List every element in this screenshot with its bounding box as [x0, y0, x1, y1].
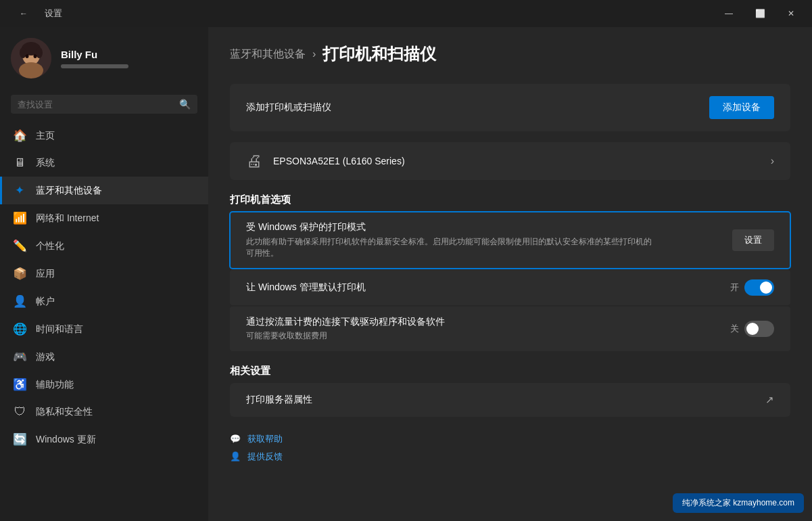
- manage-default-state: 开: [730, 281, 739, 294]
- breadcrumb-current: 打印机和扫描仪: [323, 43, 436, 65]
- sidebar-item-personalization[interactable]: ✏️ 个性化: [0, 232, 208, 260]
- privacy-icon: 🛡: [13, 405, 26, 419]
- manage-default-row: 让 Windows 管理默认打印机 开: [230, 270, 790, 305]
- sidebar-item-label: Windows 更新: [36, 434, 96, 446]
- sidebar-item-accounts[interactable]: 👤 帐户: [0, 288, 208, 315]
- svg-point-2: [19, 62, 43, 78]
- profile-section: Billy Fu: [0, 27, 208, 89]
- sidebar-item-label: 辅助功能: [36, 379, 74, 391]
- back-button[interactable]: ←: [8, 3, 39, 24]
- toggle-knob: [760, 281, 772, 294]
- footer-links: 💬 获取帮助 👤 提供反馈: [230, 433, 790, 463]
- sidebar-item-label: 主页: [36, 130, 55, 142]
- sidebar-item-label: 个性化: [36, 240, 64, 252]
- search-input[interactable]: [18, 99, 174, 110]
- related-heading: 相关设置: [230, 365, 790, 378]
- sidebar-item-update[interactable]: 🔄 Windows 更新: [0, 426, 208, 453]
- related-title: 打印服务器属性: [246, 394, 312, 406]
- search-box[interactable]: 🔍: [11, 95, 197, 114]
- related-settings-row[interactable]: 打印服务器属性 ↗: [230, 383, 790, 417]
- bluetooth-icon: ✦: [13, 183, 26, 198]
- svg-point-6: [26, 54, 29, 58]
- minimize-button[interactable]: —: [713, 3, 744, 24]
- add-printer-row: 添加打印机或扫描仪 添加设备: [230, 84, 790, 131]
- manage-default-toggle[interactable]: [744, 279, 774, 296]
- help-label: 获取帮助: [247, 433, 283, 445]
- metered-toggle[interactable]: [744, 321, 774, 337]
- svg-point-7: [34, 54, 37, 58]
- sidebar-item-home[interactable]: 🏠 主页: [0, 122, 208, 150]
- search-icon: 🔍: [179, 99, 191, 110]
- feedback-icon: 👤: [230, 451, 241, 461]
- metered-sub: 可能需要收取数据费用: [246, 330, 445, 342]
- sidebar-item-label: 网络和 Internet: [36, 212, 99, 225]
- svg-point-4: [20, 47, 26, 58]
- chevron-right-icon: ›: [771, 155, 774, 167]
- metered-title: 通过按流量计费的连接下载驱动程序和设备软件: [246, 316, 445, 328]
- main-content: 蓝牙和其他设备 › 打印机和扫描仪 添加打印机或扫描仪 添加设备 🖨 EPSON…: [208, 27, 812, 521]
- feedback-label: 提供反馈: [247, 451, 283, 463]
- title-bar: ← 设置 — ⬜ ✕: [0, 0, 812, 27]
- printer-icon: 🖨: [246, 152, 262, 171]
- profile-name: Billy Fu: [61, 49, 128, 60]
- accessibility-icon: ♿: [13, 378, 26, 392]
- sidebar-item-apps[interactable]: 📦 应用: [0, 260, 208, 288]
- profile-bar: [61, 64, 128, 68]
- sidebar-item-system[interactable]: 🖥 系统: [0, 150, 208, 177]
- feedback-link[interactable]: 👤 提供反馈: [230, 451, 790, 463]
- sidebar-item-label: 时间和语言: [36, 323, 83, 336]
- sidebar-item-network[interactable]: 📶 网络和 Internet: [0, 204, 208, 232]
- prefs-heading: 打印机首选项: [230, 194, 790, 206]
- sidebar: Billy Fu 🔍 🏠 主页 🖥 系统 ✦ 蓝牙和其他设备: [0, 27, 208, 521]
- breadcrumb: 蓝牙和其他设备 › 打印机和扫描仪: [230, 43, 790, 65]
- printer-name: EPSON3A52E1 (L6160 Series): [273, 156, 760, 166]
- sidebar-item-label: 帐户: [36, 296, 55, 308]
- sidebar-item-gaming[interactable]: 🎮 游戏: [0, 343, 208, 371]
- avatar[interactable]: [11, 38, 51, 78]
- protected-print-desc: 此功能有助于确保采用打印机软件的最新安全标准。启用此功能可能会限制使用旧的默认安…: [246, 236, 652, 259]
- add-printer-label: 添加打印机或扫描仪: [246, 101, 331, 114]
- sidebar-item-label: 系统: [36, 157, 55, 169]
- profile-info: Billy Fu: [61, 49, 128, 68]
- get-help-link[interactable]: 💬 获取帮助: [230, 433, 790, 445]
- sidebar-item-label: 隐私和安全性: [36, 406, 93, 418]
- svg-point-5: [36, 47, 43, 58]
- printer-row[interactable]: 🖨 EPSON3A52E1 (L6160 Series) ›: [230, 142, 790, 180]
- update-icon: 🔄: [13, 432, 26, 447]
- accounts-icon: 👤: [13, 294, 26, 309]
- help-icon: 💬: [230, 434, 241, 444]
- metered-state: 关: [730, 323, 739, 335]
- sidebar-item-time[interactable]: 🌐 时间和语言: [0, 315, 208, 343]
- sidebar-item-label: 游戏: [36, 351, 55, 363]
- protected-print-title: 受 Windows 保护的打印模式: [246, 221, 719, 233]
- settings-button[interactable]: 设置: [732, 229, 774, 251]
- protected-print-row: 受 Windows 保护的打印模式 此功能有助于确保采用打印机软件的最新安全标准…: [230, 212, 790, 269]
- maximize-button[interactable]: ⬜: [744, 3, 775, 24]
- add-device-button[interactable]: 添加设备: [709, 96, 774, 119]
- close-button[interactable]: ✕: [775, 3, 807, 24]
- sidebar-item-label: 蓝牙和其他设备: [36, 185, 102, 197]
- sidebar-item-privacy[interactable]: 🛡 隐私和安全性: [0, 399, 208, 426]
- external-link-icon: ↗: [765, 394, 774, 406]
- sidebar-item-accessibility[interactable]: ♿ 辅助功能: [0, 371, 208, 399]
- gaming-icon: 🎮: [13, 350, 26, 364]
- toggle-knob: [746, 323, 759, 335]
- watermark: 纯净系统之家 kzmayhome.com: [673, 493, 804, 513]
- app-title: 设置: [45, 7, 62, 20]
- time-icon: 🌐: [13, 322, 26, 336]
- home-icon: 🏠: [13, 129, 26, 143]
- nav-list: 🏠 主页 🖥 系统 ✦ 蓝牙和其他设备 📶 网络和 Internet ✏️ 个性…: [0, 122, 208, 521]
- sidebar-item-label: 应用: [36, 268, 55, 280]
- network-icon: 📶: [13, 211, 26, 225]
- manage-default-title: 让 Windows 管理默认打印机: [246, 281, 366, 294]
- system-icon: 🖥: [13, 156, 26, 170]
- personalization-icon: ✏️: [13, 239, 26, 253]
- breadcrumb-separator: ›: [312, 48, 316, 60]
- metered-row: 通过按流量计费的连接下载驱动程序和设备软件 可能需要收取数据费用 关: [230, 307, 790, 351]
- apps-icon: 📦: [13, 267, 26, 281]
- breadcrumb-parent[interactable]: 蓝牙和其他设备: [230, 47, 306, 62]
- sidebar-item-bluetooth[interactable]: ✦ 蓝牙和其他设备: [0, 177, 208, 204]
